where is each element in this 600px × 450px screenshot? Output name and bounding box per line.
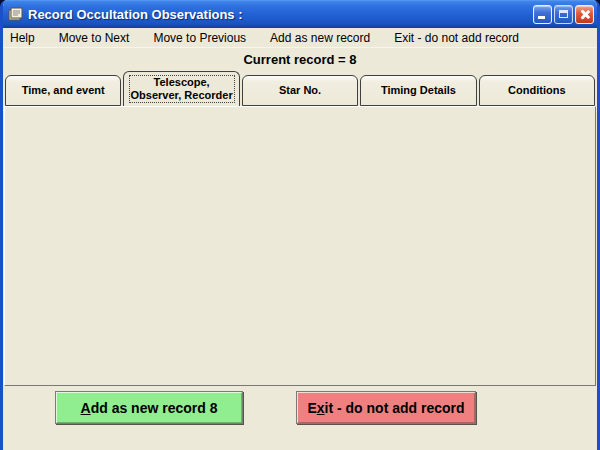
tab-panel-telescope-observer-recorder — [4, 106, 596, 386]
close-icon — [579, 9, 590, 20]
exit-do-not-add-button[interactable]: Exit - do not add record — [296, 391, 476, 424]
menu-exit-do-not-add[interactable]: Exit - do not add record — [394, 31, 519, 45]
tab-label: Star No. — [279, 84, 321, 97]
current-record-label: Current record = 8 — [243, 52, 356, 67]
maximize-button[interactable] — [554, 5, 573, 24]
tab-label: Conditions — [508, 84, 565, 97]
tab-timing-details[interactable]: Timing Details — [360, 75, 476, 106]
window-controls — [533, 5, 594, 24]
tab-label: Timing Details — [381, 84, 456, 97]
record-occultation-window: Record Occultation Observations : Help M… — [0, 0, 600, 450]
add-as-new-record-button[interactable]: Add as new record 8 — [55, 391, 243, 424]
tab-time-and-event[interactable]: Time, and event — [5, 75, 121, 106]
maximize-icon — [559, 10, 568, 18]
minimize-icon — [538, 16, 545, 19]
menu-move-to-previous[interactable]: Move to Previous — [153, 31, 246, 45]
menu-move-to-next[interactable]: Move to Next — [59, 31, 130, 45]
tab-label: Telescope,Observer, Recorder — [129, 75, 235, 103]
menu-help[interactable]: Help — [10, 31, 35, 45]
current-record-row: Current record = 8 — [3, 48, 597, 70]
minimize-button[interactable] — [533, 5, 552, 24]
titlebar: Record Occultation Observations : — [0, 0, 600, 28]
window-icon — [6, 5, 24, 23]
close-button[interactable] — [575, 5, 594, 24]
window-title: Record Occultation Observations : — [28, 7, 243, 22]
tab-strip: Time, and event Telescope,Observer, Reco… — [5, 72, 595, 106]
menu-bar: Help Move to Next Move to Previous Add a… — [3, 28, 597, 48]
tab-label: Time, and event — [22, 84, 105, 97]
tab-star-no[interactable]: Star No. — [242, 75, 358, 106]
menu-add-as-new-record[interactable]: Add as new record — [270, 31, 370, 45]
tab-telescope-observer-recorder[interactable]: Telescope,Observer, Recorder — [123, 71, 239, 106]
tab-conditions[interactable]: Conditions — [479, 75, 595, 106]
